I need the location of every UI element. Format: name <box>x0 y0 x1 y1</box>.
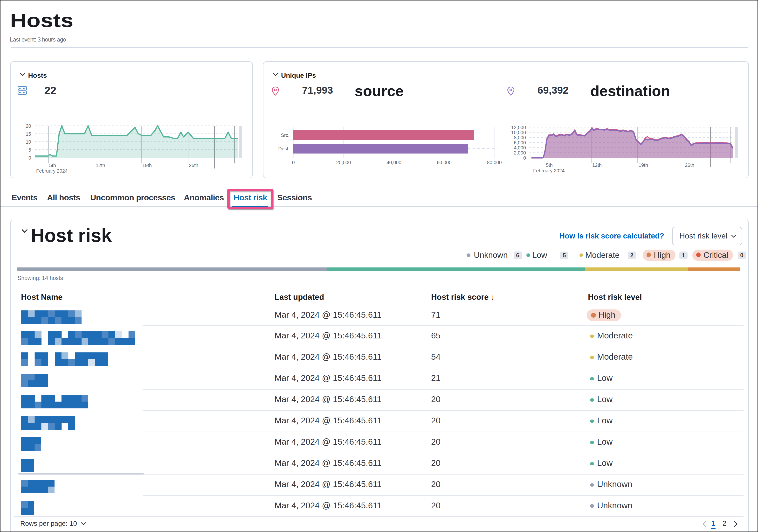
svg-text:February 2024: February 2024 <box>533 168 565 173</box>
svg-text:0: 0 <box>292 160 294 165</box>
svg-text:6,000: 6,000 <box>514 140 526 145</box>
svg-text:40,000: 40,000 <box>387 160 401 165</box>
svg-text:5th: 5th <box>546 162 553 168</box>
svg-text:19th: 19th <box>142 163 152 168</box>
svg-text:0: 0 <box>523 155 526 160</box>
svg-text:Dest.: Dest. <box>278 146 290 151</box>
svg-text:2,000: 2,000 <box>514 150 526 156</box>
svg-text:19th: 19th <box>638 162 648 168</box>
svg-text:5th: 5th <box>49 163 56 168</box>
svg-text:5: 5 <box>28 147 31 153</box>
svg-text:12,000: 12,000 <box>511 125 526 130</box>
svg-text:12th: 12th <box>592 162 602 168</box>
svg-text:0: 0 <box>28 155 31 160</box>
svg-text:February 2024: February 2024 <box>36 168 68 174</box>
svg-text:60,000: 60,000 <box>437 160 451 165</box>
svg-text:4,000: 4,000 <box>514 145 526 150</box>
svg-text:10: 10 <box>26 139 31 145</box>
svg-text:12th: 12th <box>96 163 105 168</box>
svg-text:20: 20 <box>26 124 31 129</box>
svg-text:15: 15 <box>26 131 31 137</box>
svg-text:Src.: Src. <box>281 132 290 138</box>
svg-text:80,000: 80,000 <box>487 160 501 165</box>
svg-text:20,000: 20,000 <box>336 160 351 165</box>
svg-text:10,000: 10,000 <box>511 130 526 135</box>
svg-text:26th: 26th <box>189 163 198 168</box>
svg-text:26th: 26th <box>685 162 694 168</box>
svg-text:8,000: 8,000 <box>514 135 526 140</box>
